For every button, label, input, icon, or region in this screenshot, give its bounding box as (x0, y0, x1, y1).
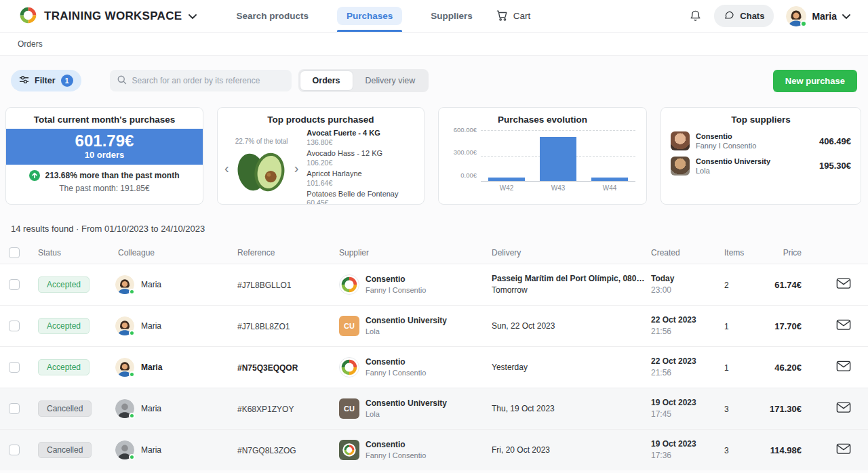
nav-search-products[interactable]: Search products (236, 0, 309, 32)
supplier-initials: CU (344, 405, 355, 413)
created-date: 22 Oct 2023 (651, 356, 716, 367)
filter-count-badge: 1 (61, 75, 73, 87)
bar-w44 (591, 178, 628, 182)
nav-cart[interactable]: Cart (496, 0, 531, 32)
message-supplier-button[interactable] (836, 361, 851, 374)
avatar (115, 440, 134, 459)
created-date: 19 Oct 2023 (651, 438, 716, 450)
message-supplier-button[interactable] (836, 319, 851, 333)
list-item: Consentio Fanny I Consentio 406.49€ (661, 129, 861, 154)
message-supplier-button[interactable] (836, 402, 851, 415)
message-supplier-button[interactable] (836, 443, 851, 457)
product-name: Apricot Harlayne (307, 169, 416, 179)
product-price: 101.64€ (307, 179, 416, 188)
carousel-prev-icon[interactable]: ‹ (223, 161, 231, 175)
colleague-name: Maria (141, 363, 162, 372)
supplier-amount: 406.49€ (819, 136, 851, 146)
created-time: 17:45 (651, 409, 716, 420)
chart-y-axis: 600.00€ 300.00€ 0.00€ (446, 127, 477, 178)
product-price: 106.20€ (307, 159, 416, 167)
nav-suppliers-label: Suppliers (431, 11, 473, 21)
top-suppliers-card: Top suppliers Consentio Fanny I Consenti… (660, 107, 861, 205)
new-purchase-button[interactable]: New purchase (773, 70, 857, 92)
nav-suppliers[interactable]: Suppliers (431, 0, 473, 32)
search-input[interactable] (132, 76, 285, 85)
x-tick: W42 (500, 184, 514, 192)
table-row[interactable]: Accepted Maria #N75Q3EQQOR Consentio Fan… (0, 346, 868, 388)
delivery-address: Passeig Marítim del Port Olímpic, 0800… (492, 273, 646, 285)
orders-toolbar: Filter 1 Orders Delivery view New purcha… (11, 69, 857, 92)
nav-purchases-label: Purchases (337, 7, 402, 25)
row-checkbox[interactable] (9, 403, 20, 414)
items-count: 2 (724, 281, 729, 290)
view-delivery-tab[interactable]: Delivery view (353, 70, 428, 91)
status-badge: Cancelled (38, 400, 92, 417)
product-name: Potatoes Belle de Fontenay (307, 190, 416, 199)
notifications-bell-icon[interactable] (689, 9, 702, 22)
message-supplier-button[interactable] (836, 278, 851, 291)
table-row[interactable]: Accepted Maria #J7L8BGLLO1 Consentio Fan… (0, 264, 868, 305)
top-products-card: Top products purchased ‹ 22.7% of the to… (217, 107, 425, 205)
breadcrumb[interactable]: Orders (18, 39, 43, 49)
carousel-next-icon[interactable]: › (293, 161, 300, 175)
user-menu[interactable]: Maria (786, 6, 850, 26)
bar-w43 (540, 137, 576, 181)
row-checkbox[interactable] (9, 321, 20, 331)
status-badge: Accepted (38, 318, 90, 334)
y-tick: 300.00€ (454, 149, 477, 156)
header-reference: Reference (233, 248, 334, 258)
delivery-date: Fri, 20 Oct 2023 (492, 445, 646, 456)
past-month-text: The past month: 191.85€ (6, 184, 203, 193)
view-toggle: Orders Delivery view (298, 69, 429, 92)
table-row[interactable]: Cancelled Maria #N7GQ8L3ZOG Consentio Fa… (0, 429, 868, 470)
chats-button[interactable]: Chats (714, 5, 774, 27)
header-colleague: Colleague (113, 248, 233, 258)
product-name: Avocado Hass - 12 KG (307, 149, 416, 159)
header-status: Status (33, 248, 113, 258)
supplier-contact: Fanny I Consentio (366, 451, 426, 461)
workspace-switcher[interactable]: TRAINING WORKSPACE (19, 6, 197, 26)
view-orders-tab[interactable]: Orders (300, 70, 353, 91)
row-checkbox[interactable] (9, 445, 20, 455)
items-count: 1 (724, 363, 729, 373)
total-amount-block: 601.79€ 10 orders (6, 129, 203, 165)
select-all-checkbox[interactable] (9, 247, 20, 258)
nav-purchases[interactable]: Purchases (337, 0, 402, 32)
list-item: Potatoes Belle de Fontenay 60.45€ (307, 190, 416, 205)
supplier-initials: CU (344, 322, 355, 330)
online-status-dot (129, 289, 135, 295)
top-products-list: Avocat Fuerte - 4 KG 136.80€ Avocado Has… (304, 129, 416, 205)
product-price: 136.80€ (307, 138, 416, 147)
x-tick: W43 (551, 184, 566, 192)
top-suppliers-title: Top suppliers (661, 108, 861, 129)
growth-up-arrow-icon (29, 170, 40, 181)
product-share-caption: 22.7% of the total (235, 138, 288, 145)
row-checkbox[interactable] (9, 279, 20, 290)
supplier-amount: 195.30€ (819, 161, 851, 171)
results-summary: 14 results found · From 01/10/2023 to 24… (11, 224, 868, 234)
filter-button[interactable]: Filter 1 (11, 70, 81, 91)
supplier-name: Consentio (366, 356, 426, 367)
table-row[interactable]: Cancelled Maria #K68XP1ZYOY CU Consentio… (0, 388, 868, 429)
created-time: 21:56 (651, 326, 716, 337)
chat-bubble-icon (724, 9, 734, 22)
table-row[interactable]: Accepted Maria #J7L8BL8ZO1 CU Consentio … (0, 305, 868, 346)
supplier-name: Consentio (366, 439, 426, 450)
items-count: 1 (724, 322, 729, 331)
online-status-dot (129, 330, 135, 336)
order-reference: #N7GQ8L3ZOG (237, 446, 296, 455)
header-delivery: Delivery (488, 248, 646, 258)
supplier-contact: Fanny I Consentio (366, 285, 426, 295)
colleague-name: Maria (141, 321, 161, 331)
purchases-evolution-chart: 600.00€ 300.00€ 0.00€ (439, 129, 646, 182)
workspace-name: TRAINING WORKSPACE (44, 9, 182, 23)
filter-icon (19, 75, 29, 86)
order-price: 46.20€ (774, 363, 802, 373)
row-checkbox[interactable] (9, 362, 20, 373)
consentio-logo-icon (339, 357, 359, 377)
chevron-down-icon (842, 11, 850, 21)
product-name: Avocat Fuerte - 4 KG (307, 129, 416, 138)
supplier-name: Consentio (696, 131, 813, 141)
growth-text: 213.68% more than the past month (45, 171, 179, 180)
created-date: Today (651, 273, 716, 285)
